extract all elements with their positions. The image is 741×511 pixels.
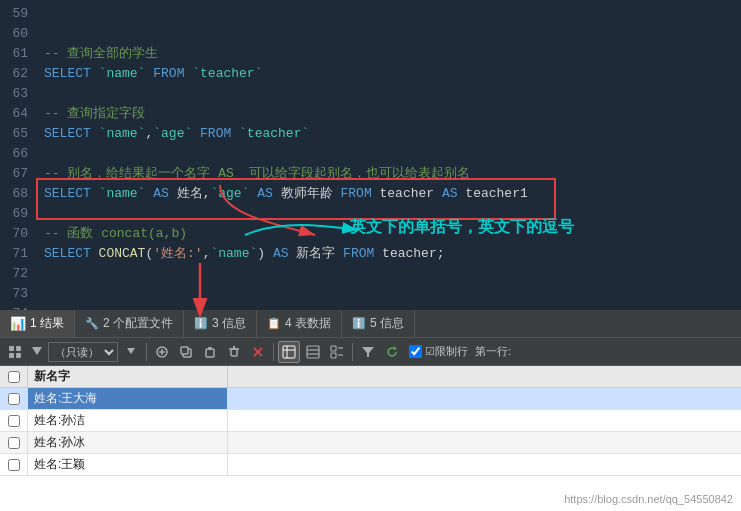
row-2-cell-1: 姓名:孙洁 [28, 410, 228, 431]
limit-rows-checkbox[interactable] [409, 345, 422, 358]
row-3-cell-1: 姓名:孙冰 [28, 432, 228, 453]
grid-header: 新名字 [0, 366, 741, 388]
row-1-checkbox[interactable] [8, 393, 20, 405]
row-2-checkbox-cell [0, 410, 28, 431]
svg-rect-14 [208, 347, 212, 350]
svg-rect-26 [331, 346, 336, 351]
sep2 [273, 343, 274, 361]
svg-rect-12 [181, 347, 188, 354]
grid-toolbar: （只读） [0, 338, 741, 366]
column-header-xinmingzi: 新名字 [28, 366, 228, 387]
svg-rect-15 [231, 349, 237, 356]
code-line-61: -- 查询全部的学生 [44, 44, 733, 64]
tab-config[interactable]: 🔧 2 个配置文件 [75, 310, 184, 337]
list-view-btn[interactable] [302, 341, 324, 363]
row-3-checkbox[interactable] [8, 437, 20, 449]
grid-row-1[interactable]: 姓名:王大海 [0, 388, 741, 410]
code-lines-container: -- 查询全部的学生 SELECT `name` FROM `teacher` … [36, 0, 741, 310]
tab-info[interactable]: ℹ️ 3 信息 [184, 310, 257, 337]
refresh-btn[interactable] [381, 341, 403, 363]
row-3-checkbox-cell [0, 432, 28, 453]
code-line-63 [44, 84, 733, 104]
data-grid: 新名字 姓名:王大海 姓名:孙洁 [0, 366, 741, 511]
svg-marker-7 [127, 348, 135, 354]
grid-icon-btn[interactable] [4, 341, 26, 363]
cancel-btn[interactable] [247, 341, 269, 363]
form-view-btn[interactable] [326, 341, 348, 363]
svg-rect-4 [9, 353, 14, 358]
grid-row-2[interactable]: 姓名:孙洁 [0, 410, 741, 432]
limit-rows-label: ☑限制行 [425, 344, 468, 359]
header-checkbox-cell [0, 366, 28, 387]
code-line-60 [44, 24, 733, 44]
code-line-71: SELECT CONCAT ( '姓名:' , `name` ) AS 新名字 … [44, 244, 733, 264]
code-line-72 [44, 264, 733, 284]
mode-select[interactable]: （只读） [48, 342, 118, 362]
table-view-btn[interactable] [278, 341, 300, 363]
row-4-checkbox[interactable] [8, 459, 20, 471]
code-line-73 [44, 284, 733, 304]
row-4-checkbox-cell [0, 454, 28, 475]
select-all-checkbox[interactable] [8, 371, 20, 383]
svg-rect-13 [206, 349, 214, 357]
paste-btn[interactable] [199, 341, 221, 363]
tab-info2[interactable]: ℹ️ 5 信息 [342, 310, 415, 337]
comment-text: -- 查询全部的学生 [44, 44, 158, 64]
code-line-64: -- 查询指定字段 [44, 104, 733, 124]
limit-rows-control: ☑限制行 第一行: [409, 344, 511, 359]
code-line-74 [44, 304, 733, 310]
row-1-cell-1: 姓名:王大海 [28, 388, 228, 409]
code-line-68: SELECT `name` AS 姓名, `age` AS 教师年龄 FROM … [44, 184, 733, 204]
row-2-checkbox[interactable] [8, 415, 20, 427]
sep1 [146, 343, 147, 361]
code-editor: 59 60 61 62 63 64 65 66 67 68 69 70 71 7… [0, 0, 741, 310]
code-line-70: -- 函数 concat(a,b) [44, 224, 733, 244]
svg-rect-28 [331, 353, 336, 358]
code-line-65: SELECT `name` , `age` FROM `teacher` [44, 124, 733, 144]
line-numbers: 59 60 61 62 63 64 65 66 67 68 69 70 71 7… [0, 0, 36, 310]
row-1-checkbox-cell [0, 388, 28, 409]
code-line-69 [44, 204, 733, 224]
copy-btn[interactable] [175, 341, 197, 363]
delete-btn[interactable] [223, 341, 245, 363]
code-line-66 [44, 144, 733, 164]
tab-results[interactable]: 📊 1 结果 [0, 310, 75, 337]
svg-marker-6 [32, 347, 42, 355]
svg-marker-30 [362, 347, 374, 357]
svg-rect-3 [16, 346, 21, 351]
firstrow-label: 第一行: [475, 344, 511, 359]
tab-tabledata[interactable]: 📋 4 表数据 [257, 310, 342, 337]
code-line-59 [44, 4, 733, 24]
svg-rect-5 [16, 353, 21, 358]
grid-row-3[interactable]: 姓名:孙冰 [0, 432, 741, 454]
sep3 [352, 343, 353, 361]
svg-rect-23 [307, 346, 319, 358]
bottom-panel: 📊 1 结果 🔧 2 个配置文件 ℹ️ 3 信息 📋 4 表数据 ℹ️ 5 信息 [0, 310, 741, 511]
svg-rect-20 [283, 346, 295, 358]
svg-marker-31 [394, 346, 397, 350]
filter-btn[interactable] [357, 341, 379, 363]
code-line-67: -- 别名，给结果起一个名字 AS 可以给字段起别名，也可以给表起别名 [44, 164, 733, 184]
grid-row-4[interactable]: 姓名:王颖 [0, 454, 741, 476]
tabs-bar: 📊 1 结果 🔧 2 个配置文件 ℹ️ 3 信息 📋 4 表数据 ℹ️ 5 信息 [0, 310, 741, 338]
export-btn[interactable] [28, 341, 46, 363]
row-4-cell-1: 姓名:王颖 [28, 454, 228, 475]
code-line-62: SELECT `name` FROM `teacher` [44, 64, 733, 84]
add-row-btn[interactable] [151, 341, 173, 363]
watermark: https://blog.csdn.net/qq_54550842 [564, 493, 733, 505]
dropdown-arrow[interactable] [120, 341, 142, 363]
svg-rect-2 [9, 346, 14, 351]
